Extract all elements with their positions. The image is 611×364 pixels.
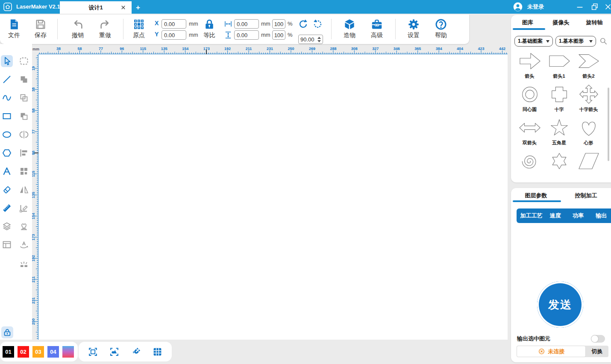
tool-select[interactable]	[1, 55, 13, 67]
tab-rotary-axis[interactable]: 旋转轴	[578, 19, 611, 26]
frame-icon[interactable]	[88, 346, 98, 357]
y-position-input[interactable]	[162, 30, 186, 40]
document-tab[interactable]: 设计1	[60, 1, 132, 14]
rotation-angle-spinner[interactable]	[298, 35, 323, 44]
tool-marquee[interactable]	[18, 55, 30, 67]
swatch-04[interactable]: 04	[47, 346, 59, 358]
tool-polygon[interactable]	[1, 147, 13, 159]
tool-ruler[interactable]	[1, 202, 13, 214]
tab-library[interactable]: 图库	[511, 19, 544, 26]
tool-curve[interactable]	[1, 92, 13, 104]
tool-align[interactable]	[18, 147, 30, 159]
tool-union[interactable]	[18, 73, 30, 85]
capture-icon[interactable]	[109, 346, 120, 357]
tool-artboard[interactable]	[1, 239, 13, 251]
swatch-01[interactable]: 01	[3, 346, 14, 358]
active-tab-underline	[513, 200, 561, 202]
titlebar: LaserMaker V2.1.7.2 设计1 + 未登录	[0, 0, 611, 14]
output-selected-toggle[interactable]	[591, 335, 605, 343]
swatch-03[interactable]: 03	[32, 346, 44, 358]
magnet-icon[interactable]	[131, 346, 141, 357]
rotation-angle-input[interactable]	[299, 36, 317, 43]
shape-parallelogram[interactable]	[574, 150, 603, 182]
redo-button[interactable]: 重做	[92, 18, 118, 39]
restore-button[interactable]	[590, 2, 599, 12]
shape-chevron[interactable]: 箭头2	[574, 50, 603, 84]
shape-star-6[interactable]	[544, 150, 574, 182]
tool-angle-pen[interactable]	[18, 202, 30, 214]
tab-layer-params[interactable]: 图层参数	[511, 192, 561, 200]
tool-ellipse[interactable]	[1, 129, 13, 141]
user-account[interactable]: 未登录	[513, 2, 544, 12]
tool-subtract[interactable]	[18, 110, 30, 122]
document-tab-title: 设计1	[88, 4, 103, 12]
width-percent-input[interactable]	[272, 19, 285, 29]
tab-camera[interactable]: 摄像头	[544, 19, 578, 26]
swatch-02[interactable]: 02	[18, 346, 29, 358]
send-button[interactable]: 发送	[537, 282, 583, 328]
tool-text-path[interactable]	[18, 239, 30, 251]
shape-spiral[interactable]	[515, 150, 544, 182]
tab-close-icon[interactable]	[120, 4, 126, 11]
switch-device-button[interactable]: 切换	[586, 346, 608, 357]
help-button[interactable]: 帮助	[431, 18, 451, 39]
tool-overlap[interactable]	[18, 92, 30, 104]
tool-mirror[interactable]	[18, 184, 30, 196]
shape-concentric-circles[interactable]: 同心圆	[515, 84, 544, 117]
tool-node-split[interactable]	[18, 129, 30, 141]
shape-cross-arrows[interactable]: 十字箭头	[574, 84, 603, 117]
tool-blocks[interactable]	[18, 165, 30, 177]
category-secondary-select[interactable]: 1.基本图形	[555, 36, 596, 47]
shape-cross[interactable]: 十字	[544, 84, 574, 117]
chevron-down-icon	[546, 40, 549, 43]
rotate-cw-icon[interactable]	[312, 19, 323, 29]
svg-text:192: 192	[32, 255, 35, 261]
vertical-ruler: 1938587796115135154173192211231250	[32, 54, 38, 340]
canvas-lock-icon[interactable]	[1, 326, 13, 338]
shape-star-5[interactable]: 五角星	[544, 117, 574, 150]
home-icon[interactable]	[3, 2, 13, 12]
shape-label: 同心圆	[523, 106, 537, 113]
tool-explode[interactable]	[18, 257, 30, 269]
tool-layers[interactable]	[1, 220, 13, 232]
grid-icon[interactable]	[152, 346, 163, 357]
tool-rect[interactable]	[1, 110, 13, 122]
tool-text[interactable]	[1, 165, 13, 177]
origin-button[interactable]: 原点	[127, 18, 150, 39]
shape-arrow-pentagon[interactable]: 箭头1	[544, 50, 574, 84]
svg-text:269: 269	[309, 47, 315, 51]
shape-label: 箭头	[525, 73, 535, 79]
close-button[interactable]	[603, 2, 611, 12]
settings-button[interactable]: 设置	[403, 18, 424, 39]
gallery-scrollbar[interactable]	[608, 88, 609, 161]
tool-weld[interactable]	[18, 220, 30, 232]
shape-heart[interactable]: 心形	[574, 117, 603, 150]
save-button[interactable]: 保存	[30, 18, 51, 39]
shape-arrow-right[interactable]: 箭头	[515, 50, 544, 84]
design-canvas[interactable]	[38, 54, 508, 340]
svg-text:135: 135	[32, 192, 35, 198]
tool-eraser[interactable]	[1, 184, 13, 196]
undo-button[interactable]: 撤销	[65, 18, 91, 39]
svg-text:77: 77	[99, 47, 103, 51]
create-button[interactable]: 造物	[339, 18, 360, 39]
lock-ratio-button[interactable]: 等比	[199, 18, 220, 39]
swatch-gradient[interactable]	[62, 346, 74, 358]
new-tab-button[interactable]: +	[132, 1, 144, 14]
spin-up-icon[interactable]	[317, 37, 321, 39]
minimize-button[interactable]	[575, 2, 585, 12]
height-input[interactable]	[234, 30, 259, 40]
search-icon[interactable]	[599, 37, 608, 45]
tool-line[interactable]	[1, 73, 13, 85]
category-primary-select[interactable]: 1.基础图案	[514, 36, 553, 47]
svg-text:135: 135	[161, 47, 167, 51]
x-position-input[interactable]	[162, 19, 186, 29]
height-percent-input[interactable]	[272, 30, 285, 40]
spin-down-icon[interactable]	[317, 40, 321, 42]
tab-control-process[interactable]: 控制加工	[561, 192, 611, 200]
advanced-button[interactable]: 高级	[367, 18, 387, 39]
rotate-ccw-icon[interactable]	[298, 19, 308, 29]
shape-double-arrow[interactable]: 双箭头	[515, 117, 544, 150]
width-input[interactable]	[234, 19, 259, 29]
file-button[interactable]: 文件	[3, 18, 25, 39]
